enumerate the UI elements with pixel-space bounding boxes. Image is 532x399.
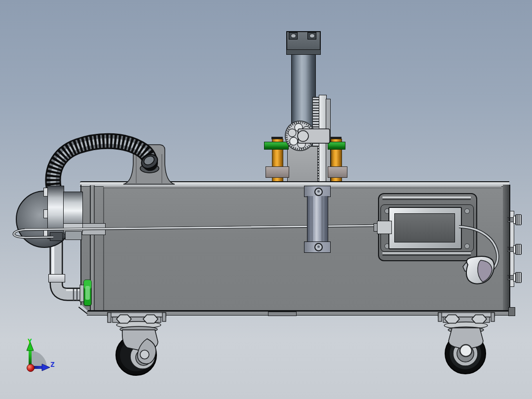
origin-triad (0, 0, 532, 399)
cad-viewport[interactable]: Y Z (0, 0, 532, 399)
triad-y-label[interactable]: Y (28, 338, 32, 345)
triad-z-label[interactable]: Z (50, 361, 54, 368)
triad-origin-sphere[interactable] (27, 364, 35, 372)
